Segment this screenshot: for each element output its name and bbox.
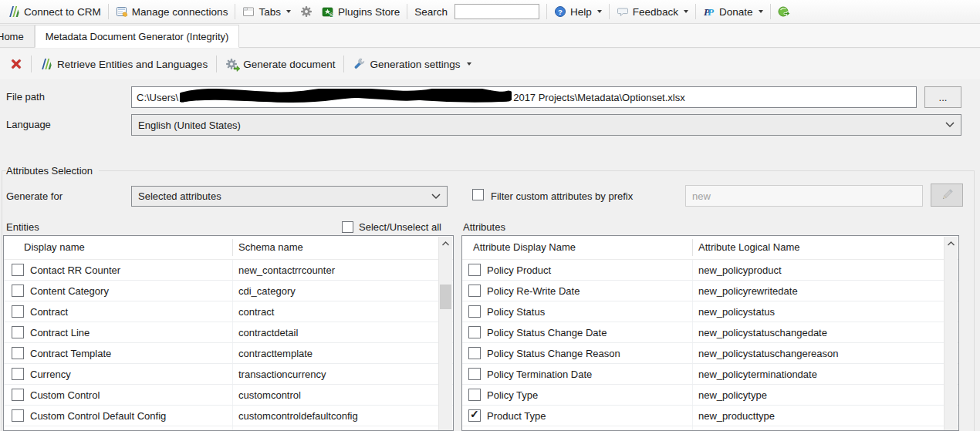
retrieve-entities-label: Retrieve Entities and Languages xyxy=(57,59,208,70)
entity-checkbox[interactable] xyxy=(12,264,24,276)
toolstrip-separator xyxy=(31,56,32,72)
toolstrip-separator xyxy=(343,56,344,72)
browse-button-label: ... xyxy=(939,92,948,103)
entity-checkbox[interactable] xyxy=(12,409,24,422)
attribute-checkbox[interactable] xyxy=(468,326,481,338)
attribute-checkbox[interactable] xyxy=(468,264,481,276)
retrieve-entities-button[interactable]: Retrieve Entities and Languages xyxy=(35,55,213,73)
feedback-bubble-icon xyxy=(617,5,629,18)
svg-text:2: 2 xyxy=(330,12,333,18)
tab-home-label: Home xyxy=(0,31,24,42)
settings-gear-button[interactable] xyxy=(296,3,317,20)
attributes-scrollbar[interactable] xyxy=(944,237,958,430)
scroll-up-arrow-icon[interactable] xyxy=(439,237,452,250)
entities-scrollbar[interactable] xyxy=(438,237,452,430)
scroll-up-arrow-icon[interactable] xyxy=(945,237,958,250)
prefix-input[interactable] xyxy=(685,185,923,207)
connections-icon xyxy=(116,5,128,18)
tabs-menu-button[interactable]: Tabs xyxy=(238,3,296,20)
entity-checkbox[interactable] xyxy=(12,305,24,318)
feedback-menu-button[interactable]: Feedback xyxy=(612,3,693,20)
attribute-row[interactable]: Policy Status Change Reasonnew_policysta… xyxy=(462,343,958,364)
chevron-down-icon xyxy=(684,10,688,13)
attribute-checkbox[interactable] xyxy=(468,368,481,380)
toolbar-separator xyxy=(695,4,696,19)
generate-for-dropdown[interactable]: Selected attributes xyxy=(131,186,448,207)
chevron-down-icon xyxy=(759,10,763,13)
toolbar-separator xyxy=(546,4,547,19)
help-menu-button[interactable]: ? Help xyxy=(549,3,607,20)
entity-row[interactable]: Custom Controlcustomcontrol xyxy=(4,385,453,406)
manage-connections-label: Manage connections xyxy=(132,6,228,18)
select-unselect-all-checkbox[interactable] xyxy=(342,221,353,233)
pencil-icon xyxy=(940,188,954,202)
attribute-row[interactable]: Policy Typenew_policytype xyxy=(462,385,958,406)
entity-checkbox[interactable] xyxy=(12,389,24,401)
entity-row[interactable]: Custom Control Default Configcustomcontr… xyxy=(4,406,453,426)
column-divider[interactable] xyxy=(692,239,693,256)
connect-to-crm-button[interactable]: Connect to CRM xyxy=(3,3,106,20)
column-divider[interactable] xyxy=(232,239,233,256)
entity-row[interactable] xyxy=(4,426,453,431)
attribute-checkbox[interactable] xyxy=(468,389,481,401)
tab-metadata-document-generator[interactable]: Metadata Document Generator (Integrity) xyxy=(35,25,240,48)
column-header-display-name[interactable]: Display name xyxy=(24,241,85,253)
entity-checkbox[interactable] xyxy=(12,285,24,297)
column-header-attribute-display-name[interactable]: Attribute Display Name xyxy=(473,241,576,253)
generate-document-button[interactable]: Generate document xyxy=(220,55,340,74)
tab-strip: Home Metadata Document Generator (Integr… xyxy=(0,24,980,48)
attribute-checkbox[interactable] xyxy=(468,409,481,422)
attribute-row[interactable]: Policy Re-Write Datenew_policyrewritedat… xyxy=(462,281,958,301)
svg-text:?: ? xyxy=(558,8,563,16)
help-menu-label: Help xyxy=(570,6,592,18)
entity-checkbox[interactable] xyxy=(12,368,24,380)
entity-row[interactable]: Currencytransactioncurrency xyxy=(4,364,453,385)
entity-row[interactable]: Contact RR Counternew_contactrrcounter xyxy=(4,260,453,281)
entity-row[interactable]: Contract Templatecontracttemplate xyxy=(4,343,453,364)
manage-connections-button[interactable]: Manage connections xyxy=(111,3,233,20)
attribute-checkbox[interactable] xyxy=(468,305,481,318)
language-dropdown[interactable]: English (United States) xyxy=(131,114,961,136)
search-input[interactable] xyxy=(455,4,539,19)
plugins-store-button[interactable]: 2 Plugins Store xyxy=(317,3,404,20)
generate-document-icon xyxy=(225,58,238,71)
file-path-input[interactable]: C:\Users\ 2017 Projects\Metadata\Options… xyxy=(131,86,917,108)
attribute-row[interactable]: Policy Productnew_policyproduct xyxy=(462,260,958,281)
open-website-button[interactable] xyxy=(773,3,795,20)
file-path-suffix: 2017 Projects\Metadata\Optionset.xlsx xyxy=(513,92,685,103)
donate-menu-label: Donate xyxy=(719,6,753,18)
attributes-list-header: Attribute Display Name Attribute Logical… xyxy=(462,236,958,260)
attribute-row[interactable]: Policy Statusnew_policystatus xyxy=(462,301,958,322)
column-header-schema-name[interactable]: Schema name xyxy=(238,241,303,253)
entities-list-header: Display name Schema name xyxy=(4,236,453,260)
entity-row[interactable]: Content Categorycdi_category xyxy=(4,281,453,301)
entity-row[interactable]: Contract Linecontractdetail xyxy=(4,322,453,343)
edit-prefix-button[interactable] xyxy=(931,184,963,207)
chevron-down-icon xyxy=(467,62,471,66)
attribute-row[interactable]: Policy Status Change Datenew_policystatu… xyxy=(462,322,958,343)
attribute-row[interactable]: Policy Termination Datenew_policytermina… xyxy=(462,364,958,385)
attribute-checkbox[interactable] xyxy=(468,285,481,297)
generation-settings-label: Generation settings xyxy=(370,59,460,70)
crm-logo-icon xyxy=(40,58,52,70)
toolbar-separator xyxy=(108,4,109,19)
main-toolbar: Connect to CRM Manage connections Tabs xyxy=(0,0,980,24)
tab-home[interactable]: Home xyxy=(0,25,35,47)
entity-checkbox[interactable] xyxy=(12,326,24,338)
entity-row[interactable]: Contractcontract xyxy=(4,301,453,322)
close-plugin-button[interactable] xyxy=(5,55,28,73)
filter-prefix-checkbox[interactable] xyxy=(472,189,484,200)
browse-button[interactable]: ... xyxy=(924,86,961,108)
tabs-icon xyxy=(242,5,255,18)
attribute-row[interactable]: Product Typenew_producttype xyxy=(462,406,958,426)
tab-active-label: Metadata Document Generator (Integrity) xyxy=(46,31,229,42)
paypal-icon: P P xyxy=(703,5,715,18)
attribute-checkbox[interactable] xyxy=(468,347,481,359)
attribute-row[interactable] xyxy=(462,426,958,431)
toolbar-separator xyxy=(770,4,771,19)
scrollbar-thumb[interactable] xyxy=(440,285,451,309)
entity-checkbox[interactable] xyxy=(12,347,24,359)
column-header-attribute-logical-name[interactable]: Attribute Logical Name xyxy=(698,241,800,253)
donate-menu-button[interactable]: P P Donate xyxy=(698,3,768,20)
generation-settings-button[interactable]: Generation settings xyxy=(347,55,476,73)
